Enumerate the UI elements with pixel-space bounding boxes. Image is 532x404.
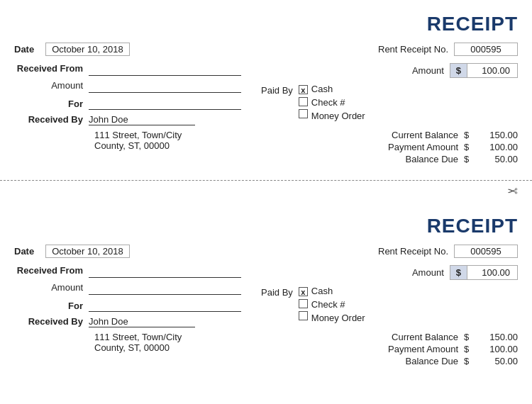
balance-due-row-2: Balance Due $ 50.00 <box>256 356 518 366</box>
received-from-field-2[interactable] <box>89 265 241 278</box>
balance-due-dollar-1: $ <box>464 154 472 164</box>
paid-by-label-2: Paid By <box>256 286 299 298</box>
for-label-2: For <box>14 301 89 311</box>
payment-amount-label-1: Payment Amount <box>373 142 458 152</box>
balance-due-value-2: 50.00 <box>475 356 518 366</box>
left-section-1: Received From Amount For Received By Joh… <box>14 63 241 166</box>
payment-amount-label-2: Payment Amount <box>373 344 458 354</box>
date-label-1: Date <box>14 44 40 55</box>
balance-due-label-1: Balance Due <box>373 154 458 164</box>
received-by-row-2: Received By John Doe <box>14 316 241 327</box>
payment-options-1: Cash Check # Money Order <box>311 84 365 121</box>
rent-receipt-no-2: 000595 <box>454 245 518 258</box>
for-field-1[interactable] <box>89 97 241 110</box>
current-balance-label-1: Current Balance <box>373 130 458 140</box>
balance-section-2: Current Balance $ 150.00 Payment Amount … <box>256 332 518 366</box>
rent-receipt-section-2: Rent Receipt No. 000595 <box>378 245 518 258</box>
payment-money-order-2: Money Order <box>311 313 365 323</box>
right-section-2: Amount $ 100.00 Paid By Cash <box>256 265 518 368</box>
amount-label-left-1: Amount <box>14 80 89 91</box>
receipt-wrapper: RECEIPT Date October 10, 2018 Rent Recei… <box>0 0 532 382</box>
paid-by-label-1: Paid By <box>256 84 299 96</box>
amount-box-1: $ 100.00 <box>450 63 518 78</box>
payment-check-2: Check # <box>311 299 365 310</box>
rent-receipt-section-1: Rent Receipt No. 000595 <box>378 43 518 56</box>
rent-receipt-no-1: 000595 <box>454 43 518 56</box>
payment-amount-dollar-1: $ <box>464 142 472 152</box>
received-by-name-1: John Doe <box>89 114 195 125</box>
right-section-1: Amount $ 100.00 Paid By Cash <box>256 63 518 166</box>
receipt-body-1: Received From Amount For Received By Joh… <box>14 63 518 166</box>
amount-right-label-1: Amount <box>412 65 444 76</box>
paid-by-row-2: Paid By Cash Check # Money Order <box>256 286 518 323</box>
payment-money-order-1: Money Order <box>311 111 365 121</box>
payment-amount-row-1: Payment Amount $ 100.00 <box>256 142 518 152</box>
receipt-title-1: RECEIPT <box>14 13 518 35</box>
amount-dollar-1: $ <box>450 64 467 77</box>
checkbox-col-2 <box>299 286 308 323</box>
current-balance-row-1: Current Balance $ 150.00 <box>256 130 518 140</box>
date-label-2: Date <box>14 246 40 257</box>
checkbox-check-1[interactable] <box>299 97 308 106</box>
balance-section-1: Current Balance $ 150.00 Payment Amount … <box>256 130 518 164</box>
received-from-field-1[interactable] <box>89 63 241 76</box>
payment-cash-1: Cash <box>311 84 365 94</box>
rent-receipt-label-2: Rent Receipt No. <box>378 246 448 257</box>
for-row-1: For <box>14 97 241 110</box>
current-balance-value-1: 150.00 <box>475 130 518 140</box>
date-value-1: October 10, 2018 <box>45 43 129 56</box>
checkbox-cash-2[interactable] <box>299 287 308 296</box>
date-section-1: Date October 10, 2018 <box>14 43 130 56</box>
received-by-label-2: Received By <box>14 316 89 327</box>
address-section-1: 111 Street, Town/City County, ST, 00000 <box>94 130 241 151</box>
received-by-row-1: Received By John Doe <box>14 114 241 125</box>
amount-right-row-1: Amount $ 100.00 <box>256 63 518 78</box>
checkbox-money-order-2[interactable] <box>299 311 308 320</box>
address-line1-1: 111 Street, Town/City <box>94 130 241 140</box>
scissor-divider: ✂ <box>0 180 532 202</box>
current-balance-value-2: 150.00 <box>475 332 518 342</box>
amount-value-2: 100.00 <box>467 266 517 279</box>
received-by-name-2: John Doe <box>89 316 195 327</box>
receipt-title-2: RECEIPT <box>14 215 518 237</box>
payment-amount-value-1: 100.00 <box>475 142 518 152</box>
amount-field-2[interactable] <box>89 282 241 295</box>
balance-due-value-1: 50.00 <box>475 154 518 164</box>
amount-right-row-2: Amount $ 100.00 <box>256 265 518 280</box>
received-from-label-1: Received From <box>14 63 89 74</box>
amount-dollar-2: $ <box>450 266 467 279</box>
balance-due-label-2: Balance Due <box>373 356 458 366</box>
rent-receipt-label-1: Rent Receipt No. <box>378 44 448 55</box>
scissor-icon: ✂ <box>507 184 518 199</box>
checkbox-col-1 <box>299 84 308 121</box>
checkbox-money-order-1[interactable] <box>299 109 308 118</box>
payment-cash-2: Cash <box>311 286 365 296</box>
received-by-label-1: Received By <box>14 114 89 125</box>
checkbox-cash-1[interactable] <box>299 85 308 94</box>
balance-due-row-1: Balance Due $ 50.00 <box>256 154 518 164</box>
paid-by-row-1: Paid By Cash Check # Money Order <box>256 84 518 121</box>
received-from-row-2: Received From <box>14 265 241 278</box>
received-from-label-2: Received From <box>14 265 89 276</box>
address-line1-2: 111 Street, Town/City <box>94 332 241 342</box>
amount-value-1: 100.00 <box>467 64 517 77</box>
current-balance-dollar-1: $ <box>464 130 472 140</box>
checkbox-check-2[interactable] <box>299 299 308 308</box>
for-field-2[interactable] <box>89 299 241 312</box>
receipt-2: RECEIPT Date October 10, 2018 Rent Recei… <box>0 202 532 382</box>
current-balance-row-2: Current Balance $ 150.00 <box>256 332 518 342</box>
for-row-2: For <box>14 299 241 312</box>
date-value-2: October 10, 2018 <box>45 245 129 258</box>
amount-field-1[interactable] <box>89 80 241 93</box>
payment-amount-value-2: 100.00 <box>475 344 518 354</box>
left-section-2: Received From Amount For Received By Joh… <box>14 265 241 368</box>
receipt-1: RECEIPT Date October 10, 2018 Rent Recei… <box>0 0 532 180</box>
current-balance-label-2: Current Balance <box>373 332 458 342</box>
address-line2-1: County, ST, 00000 <box>94 140 241 151</box>
amount-label-left-2: Amount <box>14 282 89 293</box>
amount-row-2: Amount <box>14 282 241 295</box>
address-line2-2: County, ST, 00000 <box>94 342 241 353</box>
received-from-row-1: Received From <box>14 63 241 76</box>
address-section-2: 111 Street, Town/City County, ST, 00000 <box>94 332 241 353</box>
for-label-1: For <box>14 99 89 109</box>
